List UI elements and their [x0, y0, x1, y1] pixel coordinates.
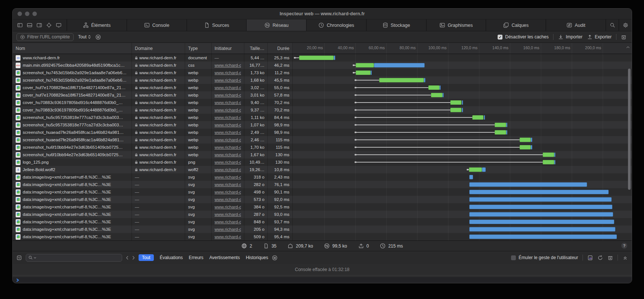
settings-button[interactable] — [619, 19, 632, 31]
initiator-link[interactable]: www.richard-d… — [215, 205, 241, 209]
tab-graphismes[interactable]: Graphismes — [426, 19, 486, 31]
table-row[interactable]: screenshot_hu5c957353818e777ca27d3c3cba0… — [13, 114, 632, 121]
table-row[interactable]: screenshot_huaead7fe26a8458fcac1a46b824a… — [13, 136, 632, 144]
chevron-right-icon[interactable] — [132, 256, 135, 260]
help-button[interactable]: ? — [621, 243, 627, 249]
table-row[interactable]: screenshot_huaead7fe26a8458fcac1a46b824a… — [13, 129, 632, 136]
resource-type-dropdown[interactable]: Tout — [78, 34, 91, 40]
table-row[interactable]: screenshot_hu6f10bb94e27e3d63b651409cb07… — [13, 151, 632, 158]
collapse-console-icon[interactable] — [622, 255, 628, 261]
table-row[interactable]: data:image/svg+xml;charset=utf-8,%3C…%3E… — [13, 188, 632, 196]
initiator-link[interactable]: www.richard-d… — [215, 115, 241, 120]
initiator-link[interactable]: www.richard-d… — [215, 70, 241, 75]
tab-calques[interactable]: Calques — [486, 19, 546, 31]
initiator-link[interactable]: www.richard-d… — [215, 175, 241, 179]
vertical-scrollbar-thumb[interactable] — [628, 69, 631, 190]
initiator-link[interactable]: www.richard-d… — [215, 100, 241, 105]
tab-sources[interactable]: Sources — [187, 19, 247, 31]
console-drawer-toggle-icon[interactable] — [16, 255, 22, 261]
chevron-left-icon[interactable] — [126, 256, 129, 260]
table-row[interactable]: screenshot_hu6f10bb94e27e3d63b651409cb07… — [13, 144, 632, 151]
table-row[interactable]: data:image/svg+xml;charset=utf-8,%3C…%3E… — [13, 226, 632, 233]
import-button[interactable]: Importer — [558, 34, 583, 40]
console-scope-avertissements[interactable]: Avertissements — [209, 255, 240, 260]
initiator-link[interactable]: www.richard-d… — [215, 235, 241, 239]
console-scope-tout[interactable]: Tout — [139, 254, 154, 261]
dock-bottom-icon[interactable] — [27, 22, 32, 28]
initiator-link[interactable]: www.richard-d… — [215, 152, 241, 157]
column-header-nom[interactable]: Nom — [13, 43, 132, 54]
initiator-link[interactable]: www.richard-d… — [215, 167, 241, 172]
initiator-link[interactable]: www.richard-d… — [215, 85, 241, 90]
console-search-input[interactable] — [26, 254, 122, 262]
table-row[interactable]: <>www.richard-dern.frwww.richard-dern.fr… — [13, 54, 632, 62]
scope-menu-icon[interactable] — [272, 255, 277, 261]
initiator-link[interactable]: www.richard-d… — [215, 197, 241, 202]
initiator-link[interactable]: www.richard-d… — [215, 138, 241, 142]
column-header-taille[interactable]: Taille… — [244, 43, 268, 54]
tab-console[interactable]: Console — [127, 19, 187, 31]
initiator-link[interactable]: www.richard-d… — [215, 93, 241, 97]
tab-audit[interactable]: Audit — [546, 19, 606, 31]
element-picker-icon[interactable] — [46, 22, 52, 28]
dock-left-icon[interactable] — [17, 22, 23, 28]
table-row[interactable]: AJellee-Bold.woff2www.richard-dern.frwof… — [13, 166, 632, 173]
table-row[interactable]: cover_huf7e1708829ea18f6715e48271400e87a… — [13, 91, 632, 99]
initiator-link[interactable]: www.richard-d… — [215, 190, 241, 194]
column-header-type[interactable]: Type — [185, 43, 212, 54]
table-row[interactable]: data:image/svg+xml;charset=utf-8,%3C…%3E… — [13, 196, 632, 203]
initiator-link[interactable]: www.richard-d… — [215, 160, 241, 164]
clear-network-trash-icon[interactable] — [621, 34, 628, 40]
console-scope-evaluations[interactable]: Évaluations — [160, 255, 183, 260]
initiator-link[interactable]: www.richard-d… — [215, 145, 241, 150]
column-header-domaine[interactable]: Domaine — [132, 43, 185, 54]
table-row[interactable]: data:image/svg+xml;charset=utf-8,%3C…%3E… — [13, 173, 632, 181]
tab-chronologies[interactable]: Chronologies — [306, 19, 366, 31]
column-header-duree[interactable]: Durée — [268, 43, 293, 54]
tab-stockage[interactable]: Stockage — [366, 19, 426, 31]
table-row[interactable]: screenshot_hu7453d15b6b2a929e1adaa8e7a06… — [13, 69, 632, 76]
emulate-user-gesture-checkbox[interactable]: Émuler le geste de l'utilisateur — [511, 255, 578, 260]
table-row[interactable]: cover_hu70883c936197805bd916c4488876d0b0… — [13, 106, 632, 114]
console-scope-erreurs[interactable]: Erreurs — [189, 255, 203, 260]
table-row[interactable]: logo_125.pngwww.richard-dern.frpngwww.ri… — [13, 158, 632, 166]
initiator-link[interactable]: www.richard-d… — [215, 220, 241, 224]
table-row[interactable]: data:image/svg+xml;charset=utf-8,%3C…%3E… — [13, 218, 632, 226]
zoom-window-button[interactable] — [32, 12, 37, 16]
console-prompt-row[interactable] — [13, 277, 632, 283]
initiator-link[interactable]: www.richard-d… — [215, 212, 241, 217]
export-button[interactable]: Exporter — [587, 34, 612, 40]
table-row[interactable]: cover_hu70883c936197805bd916c4488876d0b0… — [13, 99, 632, 106]
tab-search-button[interactable] — [606, 19, 619, 31]
initiator-link[interactable]: www.richard-d… — [215, 182, 241, 187]
initiator-link[interactable]: www.richard-d… — [215, 123, 241, 127]
initiator-link[interactable]: www.richard-d… — [215, 130, 241, 135]
initiator-link[interactable]: www.richard-d… — [215, 108, 241, 112]
tab-elements[interactable]: Éléments — [67, 19, 127, 31]
device-settings-icon[interactable] — [56, 22, 61, 28]
console-scope-historiques[interactable]: Historiques — [246, 255, 268, 260]
initiator-link[interactable]: www.richard-d… — [215, 78, 241, 82]
tab-reseau[interactable]: Réseau — [246, 19, 306, 31]
dock-right-icon[interactable] — [37, 22, 42, 28]
table-row[interactable]: screenshot_hu7453d15b6b2a929e1adaa8e7a06… — [13, 76, 632, 84]
table-row[interactable]: data:image/svg+xml;charset=utf-8,%3C…%3E… — [13, 181, 632, 188]
column-header-initiateur[interactable]: Initiateur — [212, 43, 244, 54]
refresh-icon[interactable] — [597, 255, 603, 261]
table-row[interactable]: cssmain.min.d9924575ec0bba420589a48d5190… — [13, 62, 632, 69]
initiator-link[interactable]: www.richard-d… — [215, 63, 241, 67]
table-row[interactable]: screenshot_hu5c957353818e777ca27d3c3cba0… — [13, 121, 632, 129]
table-row[interactable]: cover_huf7e1708829ea18f6715e48271400e87a… — [13, 84, 632, 91]
table-row[interactable]: data:image/svg+xml;charset=utf-8,%3C…%3E… — [13, 203, 632, 211]
disable-caches-checkbox[interactable]: ✓ Désactiver les caches — [498, 34, 549, 40]
filter-menu-icon[interactable] — [95, 34, 101, 40]
clear-console-trash-icon[interactable] — [607, 255, 613, 261]
js-context-icon[interactable]: JS — [587, 255, 593, 261]
url-filter-input[interactable]: Filtrer l'URL complète — [16, 33, 74, 41]
initiator-link[interactable]: www.richard-d… — [215, 227, 241, 232]
table-row[interactable]: data:image/svg+xml;charset=utf-8,%3C…%3E… — [13, 211, 632, 218]
minimize-window-button[interactable] — [25, 12, 29, 16]
scroll-up-icon[interactable] — [626, 46, 630, 48]
table-row[interactable]: data:image/svg+xml;charset=utf-8,%3C…%3E… — [13, 233, 632, 240]
close-window-button[interactable] — [18, 12, 22, 16]
